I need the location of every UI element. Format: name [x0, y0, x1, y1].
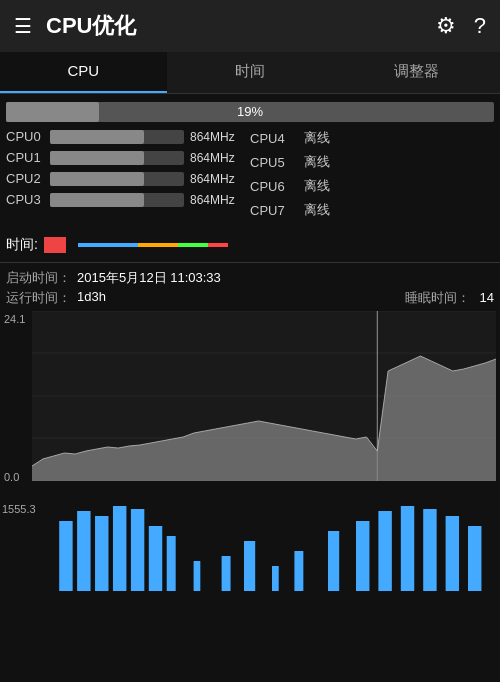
tab-tuner[interactable]: 调整器: [333, 52, 500, 93]
time-color-bar-green: [178, 243, 208, 247]
cpu2-label: CPU2: [6, 171, 44, 186]
app-title: CPU优化: [46, 11, 436, 41]
cpu2-bar: [50, 172, 184, 186]
cpu5-row: CPU5 离线: [250, 150, 494, 174]
svg-rect-14: [131, 509, 144, 591]
cpu5-status: 离线: [294, 153, 330, 171]
cpu3-bar: [50, 193, 184, 207]
svg-rect-21: [294, 551, 303, 591]
cpu-left-col: CPU0 864MHz CPU1 864MHz CPU2 864MHz: [6, 126, 250, 222]
cpu3-row: CPU3 864MHz: [6, 189, 250, 210]
svg-rect-27: [446, 516, 459, 591]
header-icons: ⚙ ?: [436, 13, 486, 39]
info-rows: 启动时间： 2015年5月12日 11:03:33 运行时间： 1d3h 睡眠时…: [0, 265, 500, 311]
boot-time-row: 启动时间： 2015年5月12日 11:03:33: [6, 269, 494, 287]
cpu-grid: CPU0 864MHz CPU1 864MHz CPU2 864MHz: [0, 126, 500, 226]
svg-rect-22: [328, 531, 339, 591]
time-color-bar-orange: [138, 243, 178, 247]
sleep-value: 14: [480, 290, 494, 305]
cpu4-row: CPU4 离线: [250, 126, 494, 150]
cpu4-label: CPU4: [250, 131, 288, 146]
cpu1-bar: [50, 151, 184, 165]
sleep-section: 睡眠时间： 14: [405, 289, 494, 307]
cpu6-label: CPU6: [250, 179, 288, 194]
tab-bar: CPU 时间 调整器: [0, 52, 500, 94]
cpu3-label: CPU3: [6, 192, 44, 207]
svg-rect-11: [77, 511, 90, 591]
chart-y-max: 24.1: [4, 313, 25, 325]
menu-icon[interactable]: ☰: [14, 14, 32, 38]
cpu-right-col: CPU4 离线 CPU5 离线 CPU6 离线 CPU7 离线: [250, 126, 494, 222]
time-color-bar-red: [208, 243, 228, 247]
cpu2-row: CPU2 864MHz: [6, 168, 250, 189]
sleep-label: 睡眠时间：: [405, 290, 470, 305]
svg-marker-8: [377, 356, 496, 481]
svg-rect-23: [356, 521, 369, 591]
cpu-usage-row: 19%: [0, 98, 500, 126]
run-label: 运行时间：: [6, 289, 71, 307]
cpu-load-chart: 24.1 0.0 13|14:09:19 CPU Load 13|14:1: [0, 311, 500, 501]
cpu1-freq: 864MHz: [190, 151, 250, 165]
cpu0-bar: [50, 130, 184, 144]
svg-rect-28: [468, 526, 481, 591]
svg-rect-19: [244, 541, 255, 591]
svg-rect-10: [59, 521, 72, 591]
chart-container: 24.1 0.0 13|14:09:19 CPU Load 13|14:1: [4, 311, 496, 501]
cpu1-label: CPU1: [6, 150, 44, 165]
title-cpu: CPU: [46, 13, 92, 38]
svg-rect-25: [401, 506, 414, 591]
run-value: 1d3h: [77, 289, 106, 307]
title-rest: 优化: [92, 13, 136, 38]
chart-svg: [32, 311, 496, 481]
boot-label: 启动时间：: [6, 269, 71, 287]
cpu7-label: CPU7: [250, 203, 288, 218]
header: ☰ CPU优化 ⚙ ?: [0, 0, 500, 52]
cpu5-label: CPU5: [250, 155, 288, 170]
cpu0-label: CPU0: [6, 129, 44, 144]
cpu6-status: 离线: [294, 177, 330, 195]
time-bar-red: [44, 237, 66, 253]
svg-rect-13: [113, 506, 126, 591]
freq-chart-svg: [48, 501, 496, 591]
svg-rect-16: [167, 536, 176, 591]
help-icon[interactable]: ?: [474, 13, 486, 39]
time-color-bars: [78, 243, 228, 247]
cpu-usage-bar: 19%: [6, 102, 494, 122]
svg-rect-26: [423, 509, 436, 591]
cpu0-freq: 864MHz: [190, 130, 250, 144]
cpu1-row: CPU1 864MHz: [6, 147, 250, 168]
svg-rect-20: [272, 566, 279, 591]
divider-1: [0, 262, 500, 263]
svg-rect-24: [378, 511, 391, 591]
cpu2-freq: 864MHz: [190, 172, 250, 186]
cpu-usage-label: 19%: [6, 102, 494, 122]
tab-cpu[interactable]: CPU: [0, 52, 167, 93]
boot-value: 2015年5月12日 11:03:33: [77, 269, 221, 287]
svg-rect-17: [194, 561, 201, 591]
freq-chart-y-label: 1555.3: [2, 503, 36, 515]
run-time-row: 运行时间： 1d3h 睡眠时间： 14: [6, 289, 494, 307]
cpu4-status: 离线: [294, 129, 330, 147]
time-label-row: 时间:: [6, 236, 494, 254]
chart-y-min: 0.0: [4, 471, 19, 483]
cpu0-row: CPU0 864MHz: [6, 126, 250, 147]
cpu7-row: CPU7 离线: [250, 198, 494, 222]
time-section: 时间:: [0, 230, 500, 260]
svg-rect-15: [149, 526, 162, 591]
time-color-bar-blue: [78, 243, 138, 247]
freq-chart: 1555.3: [0, 501, 500, 591]
settings-icon[interactable]: ⚙: [436, 13, 456, 39]
svg-rect-18: [222, 556, 231, 591]
cpu-section: 19% CPU0 864MHz CPU1 864MHz CPU2: [0, 94, 500, 230]
cpu3-freq: 864MHz: [190, 193, 250, 207]
time-label: 时间:: [6, 236, 38, 254]
svg-rect-12: [95, 516, 108, 591]
cpu6-row: CPU6 离线: [250, 174, 494, 198]
tab-time[interactable]: 时间: [167, 52, 334, 93]
cpu7-status: 离线: [294, 201, 330, 219]
